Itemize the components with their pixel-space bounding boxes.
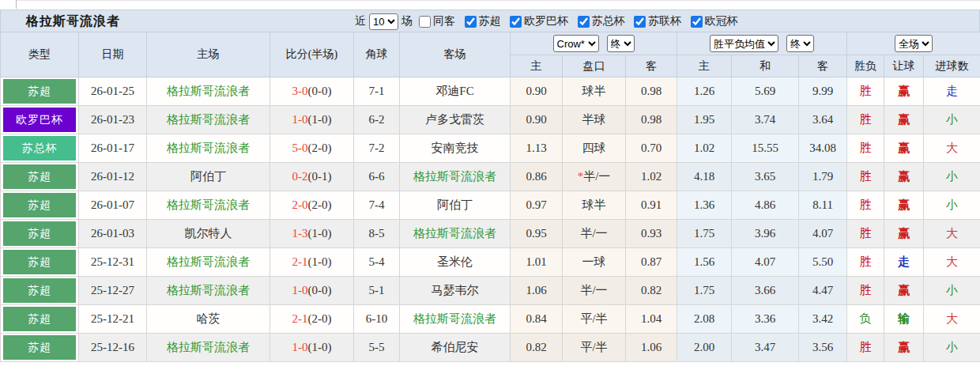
away-team-link[interactable]: 圣米伦 (437, 255, 473, 268)
games-label: 场 (401, 14, 413, 28)
goals-flag: 小 (924, 163, 980, 191)
league-filter-checkbox[interactable] (691, 16, 703, 28)
league-filter-label: 同客 (433, 15, 455, 27)
odds-handicap-value: 一球 (563, 248, 626, 277)
divider (16, 0, 17, 9)
result-flag: 胜 (847, 191, 884, 220)
col-header-result: 胜负 (847, 55, 884, 77)
halftime-score: (0-1) (308, 170, 332, 183)
divider (16, 0, 980, 1)
col-header-corner: 角球 (354, 32, 400, 77)
bookmaker-select[interactable]: Crow* (553, 35, 599, 52)
halftime-score: (1-0) (308, 255, 332, 268)
col-header-avg-home: 主 (677, 55, 732, 77)
odds-home-value: 0.82 (511, 334, 563, 362)
home-team-link[interactable]: 格拉斯哥流浪者 (167, 113, 250, 126)
odds-home-value: 0.84 (511, 305, 563, 334)
home-team-link[interactable]: 凯尔特人 (185, 227, 232, 240)
table-row: 苏超 25-12-16 格拉斯哥流浪者 1-0(1-0) 5-5 希伯尼安 0.… (1, 334, 980, 362)
home-team-link[interactable]: 格拉斯哥流浪者 (167, 198, 250, 211)
result-flag: 胜 (847, 106, 884, 134)
away-team-link[interactable]: 卢多戈雷茨 (425, 113, 484, 126)
avg-away-value: 1.79 (799, 163, 847, 191)
home-team-link[interactable]: 格拉斯哥流浪者 (167, 341, 250, 353)
avg-away-value: 9.99 (799, 77, 847, 106)
result-flag: 胜 (847, 163, 884, 191)
handicap-flag: 赢 (884, 191, 924, 220)
odds-handicap-value: 四球 (563, 134, 626, 163)
goals-flag: 大 (924, 220, 980, 248)
league-type-badge: 苏超 (3, 307, 76, 331)
goals-flag: 大 (924, 305, 980, 334)
league-type-badge: 苏超 (3, 221, 76, 246)
odds-handicap-value: 球半 (563, 77, 626, 106)
avg-type-select[interactable]: 胜平负均值 (710, 35, 778, 52)
away-team-cell: 马瑟韦尔 (400, 277, 511, 305)
odds-handicap-value: 半球 (563, 106, 626, 134)
home-team-link[interactable]: 格拉斯哥流浪者 (167, 255, 250, 268)
league-type-badge: 苏超 (3, 250, 76, 274)
away-team-link[interactable]: 邓迪FC (435, 85, 473, 97)
scope-group-header: 全场 (847, 32, 980, 55)
match-date: 26-01-25 (79, 77, 147, 106)
league-filter-checkbox[interactable] (419, 16, 431, 28)
scope-select[interactable]: 全场 (895, 35, 933, 52)
league-type-cell: 苏超 (1, 277, 79, 305)
league-filter-checkbox[interactable] (465, 16, 477, 28)
away-team-link[interactable]: 希伯尼安 (432, 341, 479, 353)
page-top-remnant (0, 0, 980, 9)
home-team-link[interactable]: 格拉斯哥流浪者 (167, 142, 250, 154)
halftime-score: (1-0) (308, 113, 332, 126)
avg-draw-value: 3.65 (732, 163, 799, 191)
match-date: 25-12-16 (79, 334, 147, 362)
result-flag: 胜 (847, 220, 884, 248)
league-filter-item: 欧冠杯 (684, 15, 738, 27)
avg-draw-value: 4.07 (732, 248, 799, 277)
home-team-link[interactable]: 哈茨 (197, 312, 220, 325)
odds-home-value: 0.97 (511, 191, 563, 220)
away-team-link[interactable]: 格拉斯哥流浪者 (413, 312, 496, 325)
away-team-link[interactable]: 阿伯丁 (437, 198, 473, 211)
avg-group-header: 胜平负均值 终 (677, 32, 847, 55)
home-team-link[interactable]: 格拉斯哥流浪者 (167, 85, 250, 97)
league-filter-checkbox[interactable] (510, 16, 522, 28)
odds-away-value: 0.93 (626, 220, 677, 248)
avg-draw-value: 5.69 (732, 77, 799, 106)
fulltime-score: 2-1 (292, 255, 308, 268)
col-header-type: 类型 (1, 32, 79, 77)
away-team-link[interactable]: 格拉斯哥流浪者 (413, 170, 496, 183)
away-team-link[interactable]: 安南竞技 (432, 142, 479, 154)
away-team-link[interactable]: 马瑟韦尔 (432, 284, 479, 296)
goals-flag: 大 (924, 248, 980, 277)
score-cell: 0-2(0-1) (270, 163, 354, 191)
avg-home-value: 1.75 (677, 277, 732, 305)
result-flag: 胜 (847, 248, 884, 277)
score-cell: 1-3(1-0) (270, 220, 354, 248)
avg-state-select[interactable]: 终 (786, 35, 814, 52)
league-filter-label: 苏联杯 (648, 15, 681, 27)
odds-home-value: 1.01 (511, 248, 563, 277)
odds-away-value: 0.87 (626, 248, 677, 277)
fulltime-score: 5-0 (292, 142, 308, 154)
avg-draw-value: 3.36 (732, 305, 799, 334)
fulltime-score: 2-1 (292, 312, 308, 325)
home-team-link[interactable]: 阿伯丁 (190, 170, 226, 183)
score-cell: 3-0(0-0) (270, 77, 354, 106)
handicap-flag: 赢 (884, 134, 924, 163)
league-type-badge: 苏超 (3, 79, 76, 104)
col-header-score: 比分(半场) (270, 32, 354, 77)
away-team-link[interactable]: 格拉斯哥流浪者 (413, 227, 496, 240)
fulltime-score: 1-3 (292, 227, 308, 240)
recent-count-select[interactable]: 10 (369, 13, 398, 30)
league-filter-checkbox[interactable] (634, 16, 646, 28)
corner-count: 7-4 (354, 191, 400, 220)
result-flag: 胜 (847, 134, 884, 163)
halftime-score: (0-0) (308, 284, 332, 296)
odds-away-value: 0.98 (626, 106, 677, 134)
fulltime-score: 0-2 (292, 170, 308, 183)
league-filter-checkbox[interactable] (578, 16, 590, 28)
home-team-link[interactable]: 格拉斯哥流浪者 (167, 284, 250, 296)
avg-home-value: 1.36 (677, 191, 732, 220)
handicap-flag: 赢 (884, 106, 924, 134)
odds-state-select[interactable]: 终 (607, 35, 635, 52)
